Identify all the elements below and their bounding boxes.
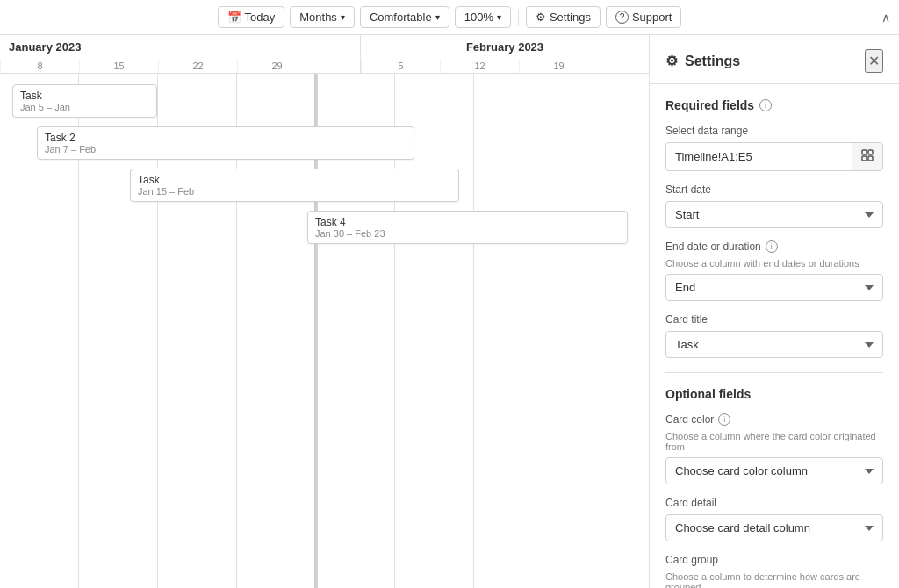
svg-rect-0 <box>862 150 867 154</box>
help-circle-icon: ? <box>615 11 629 24</box>
data-range-input-wrapper[interactable]: Timeline!A1:E5 <box>665 142 883 171</box>
end-date-select[interactable]: End <box>665 274 883 301</box>
zoom-button[interactable]: 100% ▾ <box>455 6 511 28</box>
end-date-info-icon[interactable]: i <box>766 240 778 253</box>
start-date-group: Start date Start <box>665 183 883 228</box>
months-label: Months <box>299 11 337 24</box>
task4-name: Task 4 <box>315 216 620 228</box>
card-color-sub: Choose a column where the card color ori… <box>665 431 883 452</box>
card-detail-select[interactable]: Choose card detail column <box>665 514 883 541</box>
toolbar-separator <box>518 9 519 26</box>
card-title-label: Card title <box>665 313 883 326</box>
grid-icon[interactable] <box>852 143 882 170</box>
card-detail-label: Card detail <box>665 497 883 509</box>
february-weeks: 5 12 19 <box>361 59 649 73</box>
week-5: 5 <box>361 59 440 73</box>
calendar-icon: 📅 <box>227 11 241 24</box>
card-group-label: Card group <box>665 554 883 566</box>
task1-dates: Jan 5 – Jan <box>20 102 149 112</box>
task2-dates: Jan 7 – Feb <box>45 144 406 154</box>
comfortable-chevron-icon: ▾ <box>435 12 440 22</box>
svg-rect-2 <box>862 156 867 161</box>
settings-title-label: Settings <box>685 54 740 69</box>
card-group-sub: Choose a column to determine how cards a… <box>665 571 883 588</box>
card-group-group: Card group Choose a column to determine … <box>665 554 883 588</box>
support-label: Support <box>632 11 672 24</box>
today-label: Today <box>245 11 276 24</box>
start-date-label: Start date <box>665 183 883 196</box>
february-title: February 2023 <box>361 35 649 59</box>
card-title-group: Card title Task <box>665 313 883 358</box>
settings-body: Required fields i Select data range Time… <box>650 84 899 588</box>
svg-rect-3 <box>868 156 873 161</box>
end-date-label: End date or duration i <box>665 240 883 253</box>
february-section: February 2023 5 12 19 <box>361 35 649 73</box>
timeline-body: Task Jan 5 – Jan Task 2 Jan 7 – Feb Task… <box>0 74 649 588</box>
week-29: 29 <box>237 59 316 73</box>
week-19: 19 <box>519 59 598 73</box>
today-button[interactable]: 📅 Today <box>218 6 285 28</box>
chevron-up-icon: ∧ <box>881 11 890 25</box>
optional-fields-label: Optional fields <box>665 387 751 401</box>
comfortable-button[interactable]: Comfortable ▾ <box>360 6 450 28</box>
settings-close-button[interactable]: ✕ <box>865 49 883 73</box>
card-title-select[interactable]: Task <box>665 331 883 358</box>
week-22: 22 <box>158 59 237 73</box>
end-date-group: End date or duration i Choose a column w… <box>665 240 883 301</box>
select-data-range-label: Select data range <box>665 125 883 137</box>
settings-gear-icon: ⚙ <box>665 53 678 69</box>
toolbar: 📅 Today Months ▾ Comfortable ▾ 100% ▾ ⚙ … <box>0 0 899 35</box>
settings-button[interactable]: ⚙ Settings <box>526 6 601 28</box>
settings-title: ⚙ Settings <box>665 53 740 69</box>
optional-fields-section-title: Optional fields <box>665 387 883 401</box>
card-color-select[interactable]: Choose card color column <box>665 457 883 484</box>
section-divider <box>665 372 883 373</box>
months-button[interactable]: Months ▾ <box>290 6 355 28</box>
card-color-label: Card color i <box>665 413 883 426</box>
data-range-input[interactable]: Timeline!A1:E5 <box>666 144 852 169</box>
task4-dates: Jan 30 – Feb 23 <box>315 228 620 239</box>
task1-name: Task <box>20 90 149 102</box>
required-fields-info-icon[interactable]: i <box>759 99 772 111</box>
task-card-1[interactable]: Task Jan 5 – Jan <box>12 84 157 118</box>
svg-rect-1 <box>868 150 873 154</box>
zoom-chevron-icon: ▾ <box>497 12 501 22</box>
required-fields-section-title: Required fields i <box>665 98 883 112</box>
required-fields-label: Required fields <box>665 98 754 112</box>
week-8: 8 <box>0 59 79 73</box>
main-content: January 2023 8 15 22 29 February 2023 5 … <box>0 35 899 588</box>
timeline-area: January 2023 8 15 22 29 February 2023 5 … <box>0 35 649 588</box>
january-title: January 2023 <box>0 35 360 59</box>
gear-icon: ⚙ <box>536 11 546 24</box>
task-card-4[interactable]: Task 4 Jan 30 – Feb 23 <box>307 211 628 244</box>
january-section: January 2023 8 15 22 29 <box>0 35 361 73</box>
settings-toolbar-label: Settings <box>550 11 591 24</box>
card-color-group: Card color i Choose a column where the c… <box>665 413 883 484</box>
week-12: 12 <box>440 59 519 73</box>
zoom-label: 100% <box>464 11 493 24</box>
toolbar-collapse[interactable]: ∧ <box>881 11 890 25</box>
january-weeks: 8 15 22 29 <box>0 59 360 73</box>
end-date-sub: Choose a column with end dates or durati… <box>665 258 883 269</box>
task-card-2[interactable]: Task 2 Jan 7 – Feb <box>37 126 414 160</box>
week-15: 15 <box>79 59 158 73</box>
month-headers: January 2023 8 15 22 29 February 2023 5 … <box>0 35 649 74</box>
settings-panel: ⚙ Settings ✕ Required fields i Select da… <box>649 35 899 588</box>
card-detail-group: Card detail Choose card detail column <box>665 497 883 541</box>
settings-header: ⚙ Settings ✕ <box>650 35 899 84</box>
task3-name: Task <box>138 174 451 186</box>
task2-name: Task 2 <box>45 132 406 144</box>
support-button[interactable]: ? Support <box>606 6 682 28</box>
comfortable-label: Comfortable <box>370 11 432 24</box>
select-data-range-group: Select data range Timeline!A1:E5 <box>665 125 883 171</box>
task3-dates: Jan 15 – Feb <box>138 186 451 197</box>
card-color-info-icon[interactable]: i <box>718 413 730 426</box>
months-chevron-icon: ▾ <box>341 12 345 22</box>
start-date-select[interactable]: Start <box>665 201 883 228</box>
task-card-3[interactable]: Task Jan 15 – Feb <box>130 169 459 202</box>
